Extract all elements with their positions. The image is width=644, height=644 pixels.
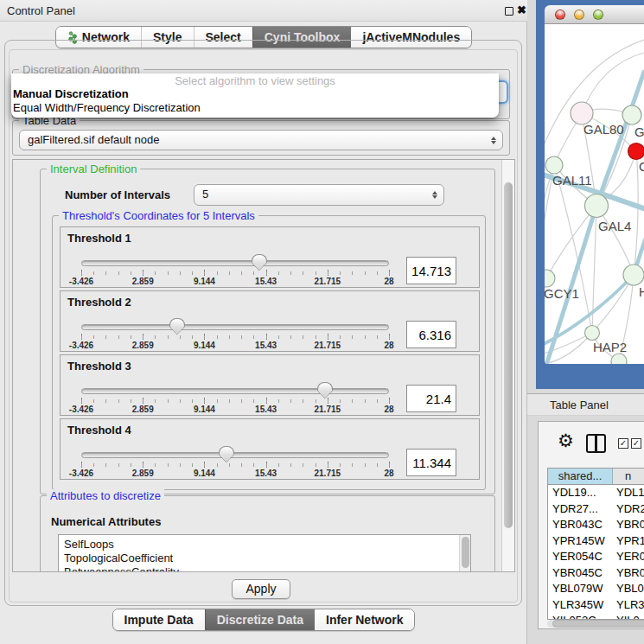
label-c-cut: C — [639, 159, 644, 174]
settings-scrollbar-thumb[interactable] — [504, 182, 513, 528]
network-window-titlebar[interactable] — [545, 5, 644, 24]
algorithm-hint: Select algorithm to view settings — [11, 75, 499, 87]
tab-impute-data[interactable]: Impute Data — [113, 609, 205, 630]
combo-arrows-icon — [432, 185, 437, 205]
settings-scrollbar[interactable] — [501, 160, 514, 571]
tab-discretize-data[interactable]: Discretize Data — [205, 609, 315, 630]
table-horizontal-scrollbar-thumb[interactable] — [552, 620, 644, 628]
network-canvas[interactable]: GAL80 GA C GAL11 GAL4 GCY1 H HAP2 — [545, 24, 644, 364]
table-row[interactable]: YLR345WYLR3 — [548, 597, 644, 614]
table-row[interactable]: YPR145WYPR1 — [548, 533, 644, 550]
numerical-attributes-list[interactable]: SelfLoops TopologicalCoefficient Between… — [58, 534, 471, 572]
column-layout-icon[interactable] — [586, 434, 606, 453]
threshold-2-label: Threshold 2 — [67, 296, 131, 309]
panel-title: Control Panel — [7, 4, 75, 17]
node-bottom[interactable] — [611, 354, 627, 364]
node-table[interactable]: shared... n YDL19...YDL1 YDR27...YDR2 YB… — [547, 468, 644, 620]
table-row[interactable]: YBL079WYBL0 — [548, 581, 644, 597]
network-view-window[interactable]: GAL80 GA C GAL11 GAL4 GCY1 H HAP2 — [536, 0, 644, 389]
screen: Control Panel ✖ Network — [0, 0, 644, 644]
bottom-tab-group: Impute Data Discretize Data Infer Networ… — [112, 609, 416, 631]
table-row[interactable]: YDL19...YDL1 — [548, 485, 644, 501]
table-row[interactable]: YER054CYER0 — [548, 549, 644, 565]
table-row[interactable]: YBR045CYBR0 — [548, 565, 644, 582]
column-header-name[interactable]: n — [613, 469, 644, 484]
numerical-attributes-label: Numerical Attributes — [51, 515, 161, 528]
menu-item-manual-discretization[interactable]: Manual Discretization — [11, 87, 499, 101]
minimize-traffic-light[interactable] — [574, 10, 584, 20]
node-gcy1[interactable] — [545, 270, 555, 287]
label-gal80: GAL80 — [583, 122, 624, 137]
threshold-4-slider[interactable]: -3.426 2.859 9.144 15.43 21.715 28 — [81, 450, 389, 480]
node-ga-cut[interactable] — [622, 105, 641, 124]
checkbox-icon[interactable]: ✓ — [618, 438, 628, 449]
thresholds-panel: Threshold's Coordinates for 5 Intervals … — [52, 215, 486, 490]
threshold-1-slider[interactable]: -3.426 2.859 9.144 15.43 21.715 28 — [81, 258, 389, 288]
table-data-combo[interactable]: galFiltered.sif default node — [19, 130, 503, 150]
table-horizontal-scrollbar[interactable] — [547, 620, 644, 628]
table-panel-title: Table Panel — [550, 399, 609, 411]
slider-minor-ticks — [81, 399, 390, 403]
threshold-3-box: Threshold 3 -3.426 2.859 9.144 15.43 21.… — [60, 354, 480, 416]
list-item[interactable]: SelfLoops — [59, 535, 470, 552]
threshold-1-box: Threshold 1 -3.426 2.859 9.144 15.43 21.… — [60, 226, 480, 288]
tab-infer-network[interactable]: Infer Network — [315, 609, 414, 630]
list-item[interactable]: BetweennessCentrality — [59, 565, 470, 572]
label-gal11: GAL11 — [552, 173, 592, 188]
node-hap2[interactable] — [585, 326, 600, 341]
label-h-cut: H — [639, 284, 644, 299]
slider-track[interactable] — [81, 388, 389, 394]
threshold-2-value-field[interactable] — [406, 321, 456, 348]
slider-tick-labels: -3.426 2.859 9.144 15.43 21.715 28 — [81, 405, 389, 415]
slider-minor-ticks — [81, 463, 390, 467]
slider-thumb[interactable] — [219, 446, 233, 463]
slider-thumb[interactable] — [252, 254, 265, 271]
slider-minor-ticks — [81, 271, 390, 275]
threshold-3-label: Threshold 3 — [67, 360, 131, 373]
slider-thumb[interactable] — [169, 318, 183, 335]
list-scrollbar-thumb[interactable] — [462, 537, 469, 568]
node-red-selected[interactable] — [628, 143, 644, 160]
slider-track[interactable] — [81, 452, 389, 458]
algorithm-dropdown-popup: Select algorithm to view settings Manual… — [11, 73, 499, 118]
table-row[interactable]: YBR043CYBR0 — [548, 517, 644, 533]
slider-track[interactable] — [81, 260, 389, 266]
menu-item-equal-width-frequency[interactable]: Equal Width/Frequency Discretization — [11, 101, 499, 115]
table-panel-card: ⚙ ✓ ✓ shared... n YDL19...YDL1 YDR27...Y… — [538, 421, 644, 629]
gear-icon[interactable]: ⚙ — [558, 430, 574, 451]
checkbox-icon[interactable]: ✓ — [631, 438, 641, 449]
threshold-1-value-field[interactable] — [406, 257, 456, 284]
threshold-2-box: Threshold 2 -3.426 2.859 9.144 15.43 21.… — [60, 290, 480, 352]
slider-thumb[interactable] — [317, 382, 331, 399]
close-traffic-light[interactable] — [555, 10, 565, 20]
table-data-selected: galFiltered.sif default node — [28, 133, 159, 146]
threshold-3-value-field[interactable] — [406, 385, 456, 412]
list-scrollbar[interactable] — [459, 535, 470, 572]
table-panel-header: Table Panel — [527, 393, 644, 416]
threshold-1-label: Threshold 1 — [67, 232, 131, 245]
list-item[interactable]: TopologicalCoefficient — [59, 552, 470, 565]
attributes-legend: Attributes to discretize — [47, 489, 164, 502]
slider-track[interactable] — [81, 324, 389, 330]
slider-tick-labels: -3.426 2.859 9.144 15.43 21.715 28 — [81, 341, 389, 351]
threshold-4-value-field[interactable] — [406, 449, 456, 476]
interval-definition-panel: Interval Definition Number of Intervals … — [40, 169, 495, 494]
attributes-panel: Attributes to discretize Numerical Attri… — [40, 495, 495, 572]
zoom-traffic-light[interactable] — [593, 10, 603, 20]
threshold-2-slider[interactable]: -3.426 2.859 9.144 15.43 21.715 28 — [81, 322, 389, 352]
table-row[interactable]: YDR27...YDR2 — [548, 501, 644, 518]
float-window-icon[interactable] — [505, 7, 513, 16]
node-h-cut[interactable] — [623, 265, 644, 285]
label-ga-cut: GA — [634, 124, 644, 139]
apply-button[interactable]: Apply — [232, 579, 290, 599]
label-gcy1: GCY1 — [545, 286, 579, 301]
table-row[interactable]: YIL052CYIL0 — [548, 613, 644, 620]
threshold-3-slider[interactable]: -3.426 2.859 9.144 15.43 21.715 28 — [81, 386, 389, 416]
control-panel-titlebar[interactable]: Control Panel ✖ — [0, 0, 527, 22]
label-hap2: HAP2 — [593, 340, 627, 354]
column-header-shared-name[interactable]: shared... — [548, 469, 613, 484]
node-gal4[interactable] — [585, 194, 609, 218]
bottom-tab-bar: Impute Data Discretize Data Infer Networ… — [0, 609, 527, 631]
number-of-intervals-combo[interactable]: 5 — [194, 184, 444, 206]
node-gal11[interactable] — [545, 156, 563, 174]
